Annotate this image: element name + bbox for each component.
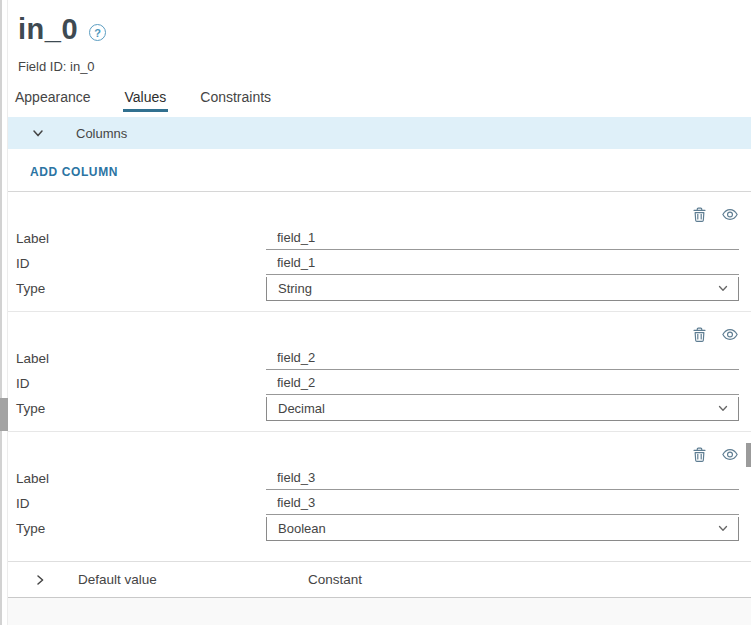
add-column-button[interactable]: ADD COLUMN	[30, 165, 118, 179]
type-row-label: Type	[8, 281, 266, 296]
trash-icon[interactable]	[691, 206, 708, 223]
field-id-text: Field ID: in_0	[18, 59, 751, 74]
properties-panel: in_0 ? Field ID: in_0 Appearance Values …	[8, 0, 751, 625]
default-value-row[interactable]: Default value Constant	[8, 561, 751, 598]
column-editor-2: Label ID Type Decimal	[8, 311, 751, 431]
columns-section-header[interactable]: Columns	[8, 117, 751, 149]
default-value-mode: Constant	[308, 572, 362, 587]
chevron-right-icon[interactable]	[33, 573, 47, 587]
type-row-label: Type	[8, 401, 266, 416]
column-label-input[interactable]	[266, 228, 739, 250]
column-id-input[interactable]	[266, 373, 739, 395]
right-scrollbar-thumb[interactable]	[746, 443, 751, 467]
column-id-input[interactable]	[266, 253, 739, 275]
column-type-select[interactable]: Decimal	[266, 397, 739, 421]
column-id-input[interactable]	[266, 493, 739, 515]
footer-space	[8, 598, 751, 625]
page-title: in_0	[18, 13, 78, 46]
eye-icon[interactable]	[721, 446, 739, 463]
label-row-label: Label	[8, 351, 266, 366]
tab-bar: Appearance Values Constraints	[8, 87, 751, 112]
default-value-label: Default value	[78, 572, 308, 587]
id-row-label: ID	[8, 376, 266, 391]
type-row-label: Type	[8, 521, 266, 536]
type-select-value: String	[278, 281, 312, 296]
chevron-down-icon	[717, 404, 729, 414]
chevron-down-icon	[31, 126, 45, 140]
left-scrollbar-track	[0, 0, 8, 625]
panel-header: in_0 ? Field ID: in_0	[8, 0, 751, 74]
add-column-row: ADD COLUMN	[8, 149, 751, 192]
tab-values[interactable]: Values	[123, 87, 169, 112]
tab-constraints[interactable]: Constraints	[198, 87, 273, 112]
column-editor-1: Label ID Type String	[8, 192, 751, 311]
eye-icon[interactable]	[721, 206, 739, 223]
trash-icon[interactable]	[691, 446, 708, 463]
column-type-select[interactable]: Boolean	[266, 517, 739, 541]
columns-section-label: Columns	[76, 126, 127, 141]
id-row-label: ID	[8, 256, 266, 271]
id-row-label: ID	[8, 496, 266, 511]
tab-appearance[interactable]: Appearance	[13, 87, 93, 112]
trash-icon[interactable]	[691, 326, 708, 343]
column-type-select[interactable]: String	[266, 277, 739, 301]
eye-icon[interactable]	[721, 326, 739, 343]
chevron-down-icon	[717, 524, 729, 534]
left-scrollbar-thumb[interactable]	[0, 398, 8, 431]
column-label-input[interactable]	[266, 348, 739, 370]
type-select-value: Decimal	[278, 401, 325, 416]
label-row-label: Label	[8, 231, 266, 246]
type-select-value: Boolean	[278, 521, 326, 536]
label-row-label: Label	[8, 471, 266, 486]
chevron-down-icon	[717, 284, 729, 294]
column-label-input[interactable]	[266, 468, 739, 490]
column-editor-3: Label ID Type Boolean	[8, 431, 751, 551]
help-icon[interactable]: ?	[89, 24, 106, 41]
